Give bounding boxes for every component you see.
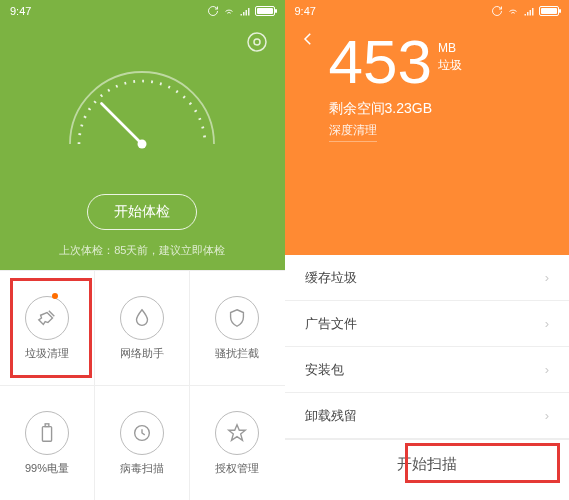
back-button[interactable]: [299, 30, 317, 52]
health-dial: [52, 45, 232, 165]
list-item[interactable]: 卸载残留 ›: [285, 393, 570, 439]
last-check-text: 上次体检：85天前，建议立即体检: [0, 243, 285, 258]
trash-unit-sub: 垃圾: [438, 57, 462, 74]
start-check-button[interactable]: 开始体检: [87, 194, 197, 230]
cleaner-header: 9:47 453 MB 垃圾 剩余空间3.23GB: [285, 0, 570, 255]
trash-unit: MB: [438, 40, 462, 57]
battery-icon: [255, 6, 275, 16]
chevron-right-icon: ›: [545, 270, 549, 285]
list-item-label: 广告文件: [305, 315, 357, 333]
sync-icon: [207, 5, 219, 17]
tools-grid: 垃圾清理 网络助手 骚扰拦截 99%电量: [0, 270, 285, 500]
list-item[interactable]: 安装包 ›: [285, 347, 570, 393]
broom-icon: [36, 307, 58, 329]
tool-battery[interactable]: 99%电量: [0, 385, 95, 500]
trash-size: 453 MB 垃圾: [329, 26, 462, 97]
chevron-right-icon: ›: [545, 362, 549, 377]
signal-icon: [523, 5, 535, 17]
list-item-label: 卸载残留: [305, 407, 357, 425]
status-time: 9:47: [295, 5, 316, 17]
deep-clean-link[interactable]: 深度清理: [329, 122, 377, 142]
shield-icon: [226, 307, 248, 329]
status-bar: 9:47: [0, 0, 285, 22]
svg-rect-5: [45, 423, 49, 426]
tool-label: 病毒扫描: [120, 461, 164, 476]
tool-label: 骚扰拦截: [215, 346, 259, 361]
list-item[interactable]: 缓存垃圾 ›: [285, 255, 570, 301]
tool-label: 垃圾清理: [25, 346, 69, 361]
tool-trash-clean[interactable]: 垃圾清理: [0, 270, 95, 385]
trash-category-list: 缓存垃圾 › 广告文件 › 安装包 › 卸载残留 ›: [285, 255, 570, 439]
signal-icon: [239, 5, 251, 17]
status-time: 9:47: [10, 5, 31, 17]
tool-label: 网络助手: [120, 346, 164, 361]
wifi-icon: [223, 5, 235, 17]
battery-icon: [539, 6, 559, 16]
trash-value: 453: [329, 26, 432, 97]
wifi-icon: [507, 5, 519, 17]
status-bar: 9:47: [285, 0, 570, 22]
tool-permission[interactable]: 授权管理: [190, 385, 285, 500]
tool-label: 授权管理: [215, 461, 259, 476]
svg-point-1: [248, 33, 266, 51]
list-item[interactable]: 广告文件 ›: [285, 301, 570, 347]
svg-point-0: [254, 39, 260, 45]
chevron-left-icon: [299, 30, 317, 48]
tool-label: 99%电量: [25, 461, 69, 476]
sync-icon: [491, 5, 503, 17]
free-space: 剩余空间3.23GB: [329, 100, 432, 118]
tool-network[interactable]: 网络助手: [95, 270, 190, 385]
security-header: 9:47 开始体检 上次体检：85天前，: [0, 0, 285, 270]
chevron-right-icon: ›: [545, 316, 549, 331]
tool-virus[interactable]: 病毒扫描: [95, 385, 190, 500]
svg-line-3: [102, 104, 143, 145]
start-scan-button[interactable]: 开始扫描: [357, 446, 497, 483]
list-item-label: 安装包: [305, 361, 344, 379]
battery-icon: [36, 422, 58, 444]
star-icon: [226, 422, 248, 444]
settings-button[interactable]: [245, 30, 269, 54]
tool-block[interactable]: 骚扰拦截: [190, 270, 285, 385]
drop-icon: [131, 307, 153, 329]
svg-rect-4: [42, 426, 51, 441]
scan-icon: [131, 422, 153, 444]
notification-badge: [52, 293, 58, 299]
chevron-right-icon: ›: [545, 408, 549, 423]
list-item-label: 缓存垃圾: [305, 269, 357, 287]
